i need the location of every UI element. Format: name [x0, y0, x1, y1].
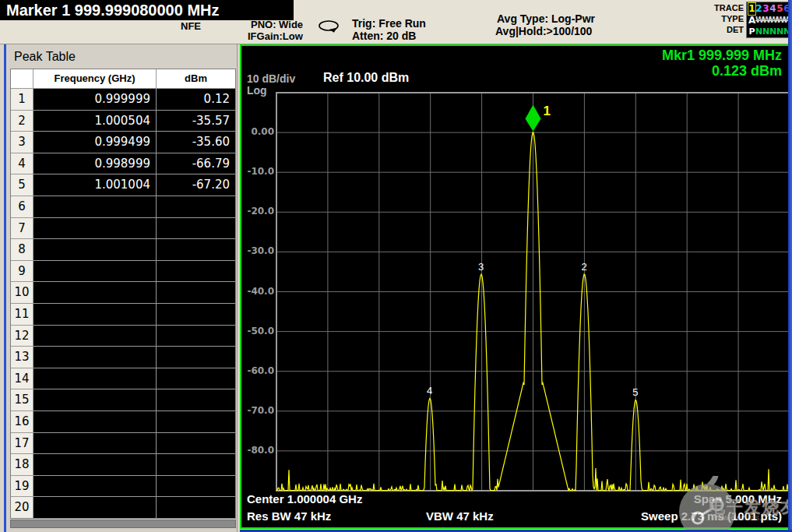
cell-dbm [156, 304, 235, 325]
trace-detector[interactable]: N [769, 26, 776, 38]
row-index: 7 [11, 218, 33, 239]
trace-type[interactable]: A [748, 15, 755, 26]
cell-dbm [156, 389, 235, 410]
continuous-sweep-icon[interactable] [317, 19, 342, 37]
trace-detector[interactable]: N [762, 26, 769, 38]
row-index: 11 [11, 304, 33, 325]
type-row-label: TYPE [714, 13, 744, 24]
cell-dbm [156, 347, 235, 368]
table-row[interactable]: 21.000504-35.57 [11, 110, 235, 132]
trace-type[interactable]: W [762, 15, 769, 26]
cell-frequency [33, 347, 156, 368]
cell-frequency [33, 304, 156, 325]
pno-indicator[interactable]: PNO: Wide [251, 19, 303, 30]
ifgain-indicator[interactable]: IFGain:Low [248, 30, 303, 42]
row-index: 2 [11, 111, 33, 132]
spectrum-display-window[interactable]: Mkr1 999.999 MHz 0.123 dBm 10 dB/div Log… [240, 44, 790, 529]
table-row[interactable]: 10 [11, 281, 235, 303]
cell-dbm [156, 239, 235, 260]
cell-dbm [156, 476, 235, 497]
table-row[interactable]: 16 [11, 410, 235, 432]
cell-dbm [156, 454, 235, 475]
trace-detector[interactable]: N [755, 26, 762, 38]
trace-number-1[interactable]: 1 [748, 3, 755, 15]
trace-row-label: TRACE [714, 2, 744, 13]
trace-status-box[interactable]: 123456 AWWWWW PNNNNN [746, 2, 792, 38]
table-row[interactable]: 11 [11, 303, 235, 325]
det-row-label: DET [714, 24, 744, 35]
cell-frequency [33, 368, 156, 389]
trigger-indicator[interactable]: Trig: Free Run [352, 17, 426, 30]
table-row[interactable]: 12 [11, 325, 235, 347]
cell-dbm [156, 282, 235, 303]
table-row[interactable]: 20 [11, 496, 235, 518]
cell-dbm [156, 196, 235, 217]
peak-number-label: 3 [478, 261, 484, 273]
cell-frequency: 0.998999 [33, 153, 156, 174]
screen-frame-right [788, 0, 792, 532]
active-function-readout[interactable]: Marker 1 999.999080000 MHz [0, 0, 294, 20]
table-row[interactable]: 19 [11, 475, 235, 497]
row-index: 5 [11, 174, 33, 196]
trace-types-row[interactable]: AWWWWW [748, 15, 791, 26]
row-index: 19 [11, 476, 33, 497]
peak-table[interactable]: Frequency (GHz) dBm 10.9999990.1221.0005… [10, 69, 236, 519]
trace-type[interactable]: W [755, 15, 762, 26]
row-index: 13 [11, 347, 33, 368]
cell-dbm [156, 411, 235, 432]
peak-table-title: Peak Table [14, 50, 76, 64]
spectrum-plot[interactable]: 12345 [241, 46, 788, 527]
peak-number-label: 4 [427, 385, 432, 396]
rbw-label[interactable]: Res BW 47 kHz [247, 509, 331, 523]
trace-detector[interactable]: N [776, 26, 783, 38]
peak-table-header-row: Frequency (GHz) dBm [11, 69, 235, 88]
table-row[interactable]: 10.9999990.12 [11, 88, 235, 110]
cell-dbm [156, 261, 235, 282]
peak-table-body: 10.9999990.1221.000504-35.5730.999499-35… [11, 88, 235, 518]
table-row[interactable]: 13 [11, 346, 235, 368]
row-index: 14 [11, 368, 33, 389]
avg-type-indicator[interactable]: Avg Type: Log-Pwr [497, 12, 595, 25]
row-index: 16 [11, 411, 33, 432]
trace-number-3[interactable]: 3 [762, 3, 769, 15]
table-row[interactable]: 18 [11, 453, 235, 475]
atten-indicator[interactable]: Atten: 20 dB [352, 30, 416, 42]
trace-detectors-row[interactable]: PNNNNN [748, 26, 791, 38]
trace-number-4[interactable]: 4 [769, 3, 776, 15]
table-row[interactable]: 14 [11, 368, 235, 389]
trace-1[interactable] [276, 132, 788, 490]
header-dbm: dBm [156, 69, 235, 88]
table-row[interactable]: 17 [11, 432, 235, 454]
table-row[interactable]: 8 [11, 238, 235, 260]
table-row[interactable]: 9 [11, 260, 235, 282]
cell-dbm [156, 218, 235, 239]
cell-dbm: -67.20 [156, 174, 235, 196]
center-freq-label[interactable]: Center 1.000004 GHz [247, 492, 362, 506]
cell-frequency [33, 454, 156, 475]
vbw-label[interactable]: VBW 47 kHz [426, 509, 494, 523]
peak-table-scrollbar[interactable] [10, 520, 236, 528]
cell-frequency: 0.999999 [33, 89, 156, 110]
table-row[interactable]: 7 [11, 217, 235, 239]
row-index: 8 [11, 239, 33, 260]
table-row[interactable]: 6 [11, 196, 235, 217]
avg-hold-count[interactable]: Avg|Hold:>100/100 [495, 25, 592, 37]
cell-dbm: -35.57 [156, 111, 235, 132]
table-row[interactable]: 30.999499-35.60 [11, 131, 235, 153]
cell-dbm: 0.12 [156, 89, 235, 110]
cell-dbm: -35.60 [156, 132, 235, 153]
row-index: 10 [11, 282, 33, 303]
marker-1-diamond[interactable] [526, 104, 541, 131]
trace-type[interactable]: W [769, 15, 776, 26]
trace-type[interactable]: W [776, 15, 783, 26]
table-row[interactable]: 40.998999-66.79 [11, 153, 235, 174]
table-row[interactable]: 15 [11, 389, 235, 410]
trace-detector[interactable]: P [748, 26, 755, 38]
trace-numbers-row[interactable]: 123456 [748, 3, 791, 15]
table-row[interactable]: 51.001004-67.20 [11, 174, 235, 196]
nfe-indicator[interactable]: NFE [181, 20, 201, 32]
trace-number-2[interactable]: 2 [755, 3, 762, 15]
peak-number-label: 5 [632, 386, 638, 398]
cell-dbm [156, 497, 235, 518]
trace-number-5[interactable]: 5 [776, 3, 783, 15]
